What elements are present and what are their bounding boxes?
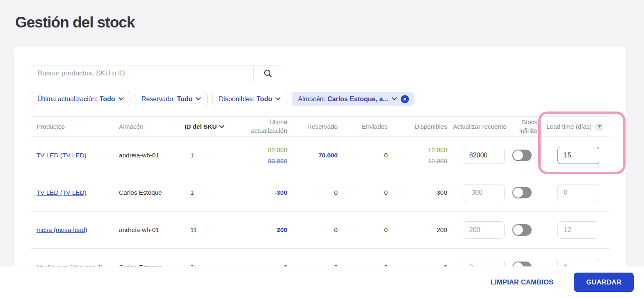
recount-input[interactable] [463, 147, 505, 164]
filter-reserved[interactable]: Reservado: Todo [135, 92, 208, 106]
table-row: TV LED (TV LED) Carlos Estoque 1 -300 0 … [31, 174, 610, 212]
warehouse-cell: andreia-wh-01 [119, 152, 185, 159]
filter-value: Todo [257, 96, 272, 103]
reserved-cell: 70.000 [287, 152, 338, 159]
search-icon [263, 68, 273, 78]
available-cell: 200 [388, 226, 447, 234]
last-update-cell: -300 [238, 189, 287, 196]
filter-chips: Última actualización: Todo Reservado: To… [31, 92, 610, 106]
infinite-stock-toggle[interactable] [512, 150, 532, 161]
table-row: TV LED (TV LED) andreia-wh-01 1 82.000 8… [31, 137, 610, 174]
filter-label: Reservado: [142, 96, 175, 103]
shipped-cell: 0 [338, 152, 388, 159]
remove-filter-icon[interactable]: ✕ [401, 95, 409, 103]
chevron-down-icon [119, 97, 124, 101]
last-update-cell: 200 [238, 226, 287, 234]
stock-management-card: Última actualización: Todo Reservado: To… [14, 47, 626, 298]
header-shipped: Enviados [338, 123, 388, 130]
stock-table: Productos Almacén ID del SKU Última actu… [31, 116, 610, 286]
clear-changes-button[interactable]: LIMPIAR CAMBIOS [491, 278, 553, 286]
product-link[interactable]: TV LED (TV LED) [37, 189, 87, 196]
product-link[interactable]: mesa (mesa-lead) [37, 226, 87, 233]
infinite-stock-toggle[interactable] [512, 187, 532, 198]
available-cell: -300 [388, 189, 447, 196]
search-button[interactable] [253, 66, 282, 81]
header-products: Productos [31, 123, 119, 130]
available-cell: 12.000 12.000 [388, 146, 447, 165]
filter-value: Todo [100, 96, 115, 103]
footer-action-bar: LIMPIAR CAMBIOS GUARDAR [0, 266, 644, 298]
warehouse-cell: Carlos Estoque [119, 189, 185, 196]
shipped-cell: 0 [338, 226, 388, 234]
leadtime-input[interactable] [557, 221, 599, 239]
filter-value: Todo [177, 96, 192, 103]
reserved-cell: 0 [287, 226, 338, 234]
leadtime-input[interactable] [557, 184, 599, 201]
sku-cell: 1 [185, 152, 238, 159]
header-infinite-stock: Stock infinito [507, 118, 537, 135]
chevron-down-icon [275, 97, 281, 101]
header-sku-sort[interactable]: ID del SKU [185, 123, 238, 130]
filter-last-update[interactable]: Última actualización: Todo [31, 92, 130, 106]
recount-input[interactable] [463, 221, 505, 239]
shipped-cell: 0 [338, 189, 388, 196]
sku-cell: 1 [185, 189, 238, 196]
filter-available[interactable]: Disponibles: Todo [212, 92, 287, 106]
header-recount: Actualizar recuento [447, 123, 507, 131]
warehouse-cell: andreia-wh-01 [119, 226, 185, 234]
filter-label: Almacén: [298, 96, 325, 103]
search-bar [31, 66, 282, 81]
chevron-down-icon [219, 125, 224, 129]
leadtime-input[interactable] [557, 147, 599, 164]
page-title: Gestión del stock [0, 0, 644, 31]
table-row: mesa (mesa-lead) andreia-wh-01 11 200 0 … [31, 212, 610, 249]
last-update-cell: 82.000 82.000 [238, 146, 287, 165]
header-last-update: Última actualización [238, 118, 287, 135]
filter-label: Disponibles: [219, 96, 254, 103]
infinite-stock-toggle[interactable] [512, 224, 532, 236]
chevron-down-icon [392, 97, 397, 101]
header-reserved: Reservado [287, 123, 338, 130]
table-header-row: Productos Almacén ID del SKU Última actu… [31, 116, 610, 137]
reserved-cell: 0 [287, 189, 338, 196]
header-available: Disponibles [388, 123, 447, 130]
search-input[interactable] [31, 66, 253, 81]
header-warehouse: Almacén [119, 123, 185, 130]
filter-warehouse[interactable]: Almacén: Carlos Estoque, a... ✕ [292, 92, 413, 106]
filter-label: Última actualización: [37, 96, 98, 103]
sku-cell: 11 [185, 226, 238, 234]
product-link[interactable]: TV LED (TV LED) [37, 152, 87, 159]
save-button[interactable]: GUARDAR [574, 273, 634, 292]
recount-input[interactable] [463, 184, 505, 201]
header-leadtime: Lead time (días) ? [537, 123, 610, 131]
chevron-down-icon [196, 97, 201, 101]
filter-value: Carlos Estoque, a... [327, 96, 388, 103]
help-icon[interactable]: ? [595, 123, 603, 131]
